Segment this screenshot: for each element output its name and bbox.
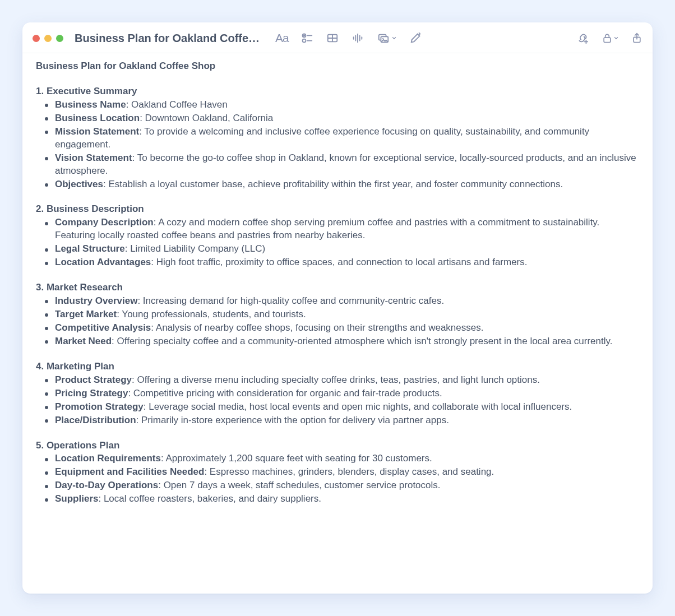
list-item: Company Description: A cozy and modern c… — [55, 216, 639, 242]
section-heading: 2. Business Description — [36, 203, 639, 216]
list-item: Business Location: Downtown Oakland, Cal… — [55, 112, 639, 125]
share-button[interactable] — [631, 31, 642, 45]
svg-point-1 — [302, 39, 306, 43]
format-text-button[interactable]: Aa — [275, 31, 289, 45]
section-heading: 3. Market Research — [36, 281, 639, 294]
item-label: Place/Distribution — [55, 415, 136, 425]
item-label: Market Need — [55, 336, 112, 346]
list-item: Industry Overview: Increasing demand for… — [55, 295, 639, 308]
section: 4. Marketing PlanProduct Strategy: Offer… — [36, 360, 639, 427]
section: 3. Market ResearchIndustry Overview: Inc… — [36, 281, 639, 348]
list-item: Equipment and Facilities Needed: Espress… — [55, 466, 639, 479]
item-label: Mission Statement — [55, 126, 139, 137]
item-label: Location Advantages — [55, 257, 151, 267]
list-item: Market Need: Offering specialty coffee a… — [55, 335, 639, 348]
list-item: Mission Statement: To provide a welcomin… — [55, 126, 639, 151]
item-label: Day-to-Day Operations — [55, 480, 158, 490]
list-item: Competitive Analysis: Analysis of nearby… — [55, 322, 639, 335]
section: 1. Executive SummaryBusiness Name: Oakla… — [36, 85, 639, 191]
item-label: Competitive Analysis — [55, 322, 151, 333]
table-button[interactable] — [326, 32, 339, 44]
list-item: Location Advantages: High foot traffic, … — [55, 256, 639, 269]
share-icon — [631, 31, 642, 45]
link-add-icon — [576, 32, 589, 44]
item-label: Location Requirements — [55, 453, 161, 464]
item-label: Target Market — [55, 309, 117, 319]
list-item: Location Requirements: Approximately 1,2… — [55, 452, 639, 465]
item-text: : Increasing demand for high-quality cof… — [137, 295, 444, 306]
section-heading: 4. Marketing Plan — [36, 360, 639, 373]
item-label: Objectives — [55, 179, 103, 189]
list-item: Day-to-Day Operations: Open 7 days a wee… — [55, 479, 639, 492]
list-item: Suppliers: Local coffee roasters, bakeri… — [55, 493, 639, 506]
item-text: : Offering a diverse menu including spec… — [132, 374, 540, 385]
section-heading: 5. Operations Plan — [36, 439, 639, 452]
item-text: : Competitive pricing with consideration… — [128, 388, 442, 399]
item-text: : Open 7 days a week, staff schedules, c… — [158, 480, 440, 490]
list-item: Promotion Strategy: Leverage social medi… — [55, 401, 639, 414]
checklist-icon — [301, 32, 313, 44]
image-icon — [376, 32, 391, 44]
list-item: Product Strategy: Offering a diverse men… — [55, 374, 639, 387]
list-item: Objectives: Establish a loyal customer b… — [55, 178, 639, 191]
item-text: : Oakland Coffee Haven — [126, 99, 228, 110]
item-text: : To become the go-to coffee shop in Oak… — [55, 152, 636, 176]
close-window-button[interactable] — [33, 35, 40, 42]
titlebar: Business Plan for Oakland Coffee S... Aa — [22, 22, 653, 53]
item-text: : Approximately 1,200 square feet with s… — [161, 453, 432, 464]
section: 2. Business DescriptionCompany Descripti… — [36, 203, 639, 269]
item-label: Suppliers — [55, 493, 98, 504]
item-text: : Offering specialty coffee and a commun… — [112, 336, 612, 346]
list-item: Pricing Strategy: Competitive pricing wi… — [55, 387, 639, 400]
zoom-window-button[interactable] — [56, 35, 63, 42]
list-item: Target Market: Young professionals, stud… — [55, 308, 639, 321]
section-heading: 1. Executive Summary — [36, 85, 639, 98]
item-list: Business Name: Oakland Coffee HavenBusin… — [36, 99, 639, 191]
item-text: : Leverage social media, host local even… — [144, 401, 572, 412]
chevron-down-icon — [391, 35, 397, 41]
list-item: Legal Structure: Limited Liability Compa… — [55, 243, 639, 256]
item-text: : Limited Liability Company (LLC) — [125, 243, 265, 254]
draw-pen-icon — [409, 32, 423, 44]
item-text: : Primarily in-store experience with the… — [136, 415, 449, 425]
item-text: : Downtown Oakland, California — [140, 113, 273, 123]
item-label: Pricing Strategy — [55, 388, 128, 399]
item-list: Company Description: A cozy and modern c… — [36, 216, 639, 269]
chevron-down-icon — [613, 35, 619, 41]
document-title: Business Plan for Oakland Coffee S... — [75, 32, 265, 45]
item-list: Location Requirements: Approximately 1,2… — [36, 452, 639, 506]
item-label: Vision Statement — [55, 152, 132, 163]
image-button[interactable] — [376, 32, 397, 44]
item-label: Business Name — [55, 99, 126, 110]
list-item: Business Name: Oakland Coffee Haven — [55, 99, 639, 112]
item-list: Industry Overview: Increasing demand for… — [36, 295, 639, 348]
audio-button[interactable] — [352, 32, 364, 44]
item-text: : Local coffee roasters, bakeries, and d… — [98, 493, 321, 504]
document-window: Business Plan for Oakland Coffee S... Aa — [22, 22, 653, 594]
item-label: Business Location — [55, 113, 140, 123]
item-list: Product Strategy: Offering a diverse men… — [36, 374, 639, 427]
toolbar-right — [576, 31, 642, 45]
item-text: : Young professionals, students, and tou… — [117, 309, 306, 319]
item-label: Legal Structure — [55, 243, 125, 254]
lock-button[interactable] — [602, 32, 619, 44]
item-label: Product Strategy — [55, 374, 132, 385]
item-label: Promotion Strategy — [55, 401, 144, 412]
item-text: : Establish a loyal customer base, achie… — [103, 179, 563, 189]
item-text: : Espresso machines, grinders, blenders,… — [204, 466, 494, 477]
document-body[interactable]: Business Plan for Oakland Coffee Shop1. … — [22, 53, 653, 531]
list-item: Vision Statement: To become the go-to co… — [55, 152, 639, 178]
checklist-button[interactable] — [301, 32, 313, 44]
audio-waveform-icon — [352, 32, 364, 44]
table-icon — [326, 32, 339, 44]
page-title: Business Plan for Oakland Coffee Shop — [36, 60, 639, 73]
draw-button[interactable] — [409, 32, 423, 44]
item-label: Industry Overview — [55, 295, 137, 306]
minimize-window-button[interactable] — [44, 35, 52, 42]
list-item: Place/Distribution: Primarily in-store e… — [55, 414, 639, 427]
item-text: : High foot traffic, proximity to office… — [151, 257, 527, 267]
section: 5. Operations PlanLocation Requirements:… — [36, 439, 639, 506]
link-add-button[interactable] — [576, 32, 589, 44]
toolbar: Aa — [275, 31, 423, 45]
item-label: Company Description — [55, 217, 154, 228]
